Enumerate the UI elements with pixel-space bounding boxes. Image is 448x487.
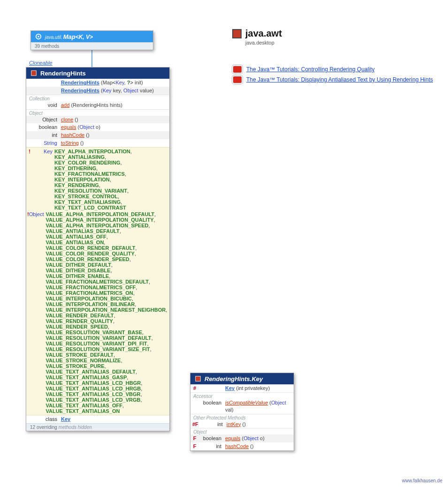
- section-label: Accessor: [190, 392, 294, 399]
- constant[interactable]: VALUE_RENDER_SPEED: [46, 324, 107, 330]
- method-name[interactable]: hashCode: [61, 132, 84, 138]
- constant[interactable]: VALUE_DITHER_ENABLE: [46, 273, 109, 279]
- constant[interactable]: VALUE_ANTIALIAS_DEFAULT: [46, 228, 119, 234]
- method-name[interactable]: intKey: [227, 421, 241, 427]
- package-name: java.awt: [245, 28, 282, 39]
- class-icon: [30, 69, 38, 77]
- method-row: StringtoString (): [26, 139, 169, 147]
- constant[interactable]: VALUE_STROKE_NORMALIZE: [46, 358, 121, 363]
- section-label: Object: [190, 428, 294, 435]
- constant[interactable]: VALUE_ALPHA_INTERPOLATION_DEFAULT: [46, 211, 154, 217]
- footer-count: 12 overriding: [30, 425, 57, 430]
- ctor-name: RenderingHints: [61, 80, 99, 85]
- method-name[interactable]: add: [61, 102, 69, 108]
- constant[interactable]: VALUE_INTERPOLATION_NEAREST_NEIGHBOR: [46, 307, 166, 313]
- method-row: inthashCode (): [26, 131, 169, 139]
- constant[interactable]: VALUE_FRACTIONALMETRICS_OFF: [46, 285, 136, 290]
- protected-flag: #: [190, 384, 199, 392]
- constant[interactable]: VALUE_RENDER_DEFAULT: [46, 313, 114, 318]
- method-name[interactable]: equals: [61, 124, 76, 130]
- constant[interactable]: VALUE_TEXT_ANTIALIAS_LCD_HRGB: [46, 386, 141, 391]
- method-row: Fbooleanequals (Object o): [190, 435, 294, 442]
- constant[interactable]: KEY_ANTIALIASING: [54, 154, 105, 160]
- constant[interactable]: VALUE_COLOR_RENDER_SPEED: [46, 256, 129, 262]
- constant[interactable]: VALUE_RESOLUTION_VARIANT_BASE: [46, 330, 142, 335]
- constant[interactable]: VALUE_RENDER_QUALITY: [46, 318, 113, 324]
- constant[interactable]: VALUE_TEXT_ANTIALIAS_LCD_HBGR: [46, 380, 141, 386]
- class-icon: [194, 375, 202, 382]
- constructor-row: RenderingHints (Key key, Object value): [26, 87, 169, 95]
- key-ctor-name: Key: [225, 385, 235, 391]
- constant[interactable]: KEY_ALPHA_INTERPOLATION: [54, 149, 130, 154]
- constant[interactable]: VALUE_ANTIALIAS_OFF: [46, 234, 106, 240]
- constant[interactable]: KEY_RESOLUTION_VARIANT: [54, 188, 127, 194]
- interface-icon: [35, 33, 42, 40]
- resource-link[interactable]: The Java™ Tutorials: Displaying Antialia…: [246, 76, 433, 83]
- constant[interactable]: VALUE_TEXT_ANTIALIAS_DEFAULT: [46, 369, 136, 375]
- constant[interactable]: VALUE_DITHER_DEFAULT: [46, 262, 111, 268]
- constant[interactable]: KEY_INTERPOLATION: [54, 177, 110, 182]
- constant[interactable]: VALUE_RESOLUTION_VARIANT_SIZE_FIT: [46, 346, 150, 352]
- constant[interactable]: VALUE_TEXT_ANTIALIAS_LCD_VBGR: [46, 391, 140, 397]
- constant[interactable]: VALUE_ANTIALIAS_ON: [46, 240, 104, 245]
- constant[interactable]: VALUE_COLOR_RENDER_QUALITY: [46, 251, 134, 256]
- inner-class-row: class Key: [26, 415, 169, 423]
- method-name[interactable]: equals: [225, 435, 240, 441]
- constant[interactable]: VALUE_FRACTIONALMETRICS_DEFAULT: [46, 279, 149, 285]
- method-row: voidadd (RenderingHints hints): [26, 101, 169, 109]
- constant[interactable]: VALUE_RESOLUTION_VARIANT_DPI_FIT: [46, 341, 147, 346]
- constant[interactable]: KEY_FRACTIONALMETRICS: [54, 171, 125, 177]
- svg-rect-2: [31, 71, 37, 76]
- value-const-type: Object: [29, 211, 44, 217]
- map-box-header: java.util.Map<K, V>: [31, 31, 153, 42]
- constant[interactable]: VALUE_ALPHA_INTERPOLATION_QUALITY: [46, 217, 153, 223]
- constant[interactable]: VALUE_TEXT_ANTIALIAS_OFF: [46, 403, 122, 408]
- key-const-type: Key: [44, 149, 53, 154]
- constant[interactable]: KEY_RENDERING: [54, 182, 99, 188]
- constant[interactable]: KEY_DITHERING: [54, 165, 96, 171]
- constant[interactable]: VALUE_STROKE_DEFAULT: [46, 352, 113, 358]
- cloneable-interface-link[interactable]: Cloneable: [29, 60, 53, 66]
- map-box-title: java.util.Map<K, V>: [45, 33, 93, 40]
- method-row: booleanisCompatibleValue (Object val): [190, 399, 294, 414]
- constant[interactable]: KEY_TEXT_ANTIALIASING: [54, 199, 121, 205]
- method-row: Objectclone (): [26, 116, 169, 124]
- constant[interactable]: VALUE_DITHER_DISABLE: [46, 268, 110, 273]
- constant[interactable]: KEY_STROKE_CONTROL: [54, 194, 118, 199]
- constants-list: KEY_ALPHA_INTERPOLATION,KEY_ANTIALIASING…: [54, 149, 169, 210]
- inheritance-connector: [91, 48, 92, 67]
- constant[interactable]: VALUE_INTERPOLATION_BILINEAR: [46, 301, 135, 307]
- method-name[interactable]: isCompatibleValue: [225, 400, 268, 405]
- constant[interactable]: VALUE_ALPHA_INTERPOLATION_SPEED: [46, 223, 148, 228]
- renderinghints-class-box[interactable]: RenderingHints RenderingHints (Map<Key, …: [26, 67, 170, 431]
- method-name[interactable]: hashCode: [225, 443, 249, 449]
- constants-list: VALUE_ALPHA_INTERPOLATION_DEFAULT,VALUE_…: [46, 211, 170, 414]
- constant[interactable]: VALUE_TEXT_ANTIALIAS_ON: [46, 408, 120, 414]
- constructor-list: RenderingHints (Map<Key, ?> init)Renderi…: [26, 79, 169, 95]
- constant[interactable]: VALUE_STROKE_PURE: [46, 363, 104, 369]
- constant[interactable]: VALUE_RESOLUTION_VARIANT_DEFAULT: [46, 335, 151, 341]
- oracle-icon: [232, 65, 243, 74]
- innerclass-link[interactable]: Key: [61, 416, 70, 422]
- map-interface-box[interactable]: java.util.Map<K, V> 39 methods: [30, 30, 153, 50]
- watermark-link[interactable]: www.falkhausen.de: [402, 478, 442, 483]
- main-footer: 12 overriding methods hidden: [26, 423, 169, 431]
- constant[interactable]: KEY_TEXT_LCD_CONTRAST: [54, 205, 126, 210]
- ctor-name: RenderingHints: [61, 88, 99, 93]
- svg-rect-3: [196, 376, 201, 382]
- method-name[interactable]: toString: [61, 140, 79, 146]
- constant[interactable]: KEY_COLOR_RENDERING: [54, 160, 121, 165]
- constant[interactable]: VALUE_TEXT_ANTIALIAS_GASP: [46, 375, 127, 380]
- resource-link[interactable]: The Java™ Tutorials: Controlling Renderi…: [246, 66, 374, 73]
- constant[interactable]: VALUE_TEXT_ANTIALIAS_LCD_VRGB: [46, 397, 140, 403]
- resource-links: The Java™ Tutorials: Controlling Renderi…: [232, 63, 433, 86]
- map-method-count: 39 methods: [31, 42, 153, 50]
- map-type-params: <K, V>: [76, 34, 93, 40]
- footer-rest: methods hidden: [57, 425, 92, 430]
- constant[interactable]: VALUE_COLOR_RENDER_DEFAULT: [46, 245, 135, 251]
- resource-link-row: The Java™ Tutorials: Displaying Antialia…: [232, 75, 433, 84]
- constant[interactable]: VALUE_FRACTIONALMETRICS_ON: [46, 290, 133, 296]
- renderinghints-key-box[interactable]: RenderingHints.Key # Key (int privatekey…: [190, 373, 294, 451]
- constant[interactable]: VALUE_INTERPOLATION_BICUBIC: [46, 296, 132, 301]
- method-name[interactable]: clone: [61, 117, 73, 122]
